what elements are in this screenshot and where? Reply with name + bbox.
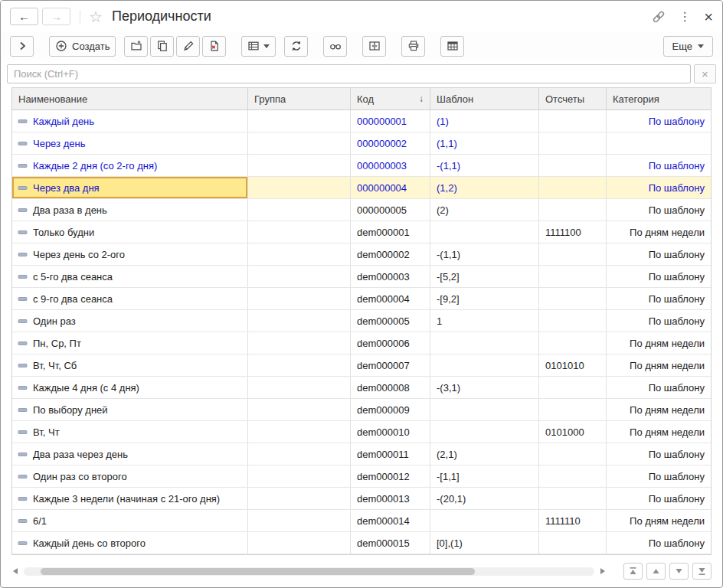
table-row[interactable]: Через два дня 000000004 (1,2) По шаблону	[12, 177, 711, 199]
cell-group[interactable]	[248, 443, 351, 465]
cell-category[interactable]: По шаблону	[607, 177, 711, 198]
cell-category[interactable]: По шаблону	[607, 110, 711, 132]
cell-template[interactable]: (2)	[430, 199, 539, 220]
edit-button[interactable]	[176, 36, 200, 57]
cell-category[interactable]	[607, 132, 711, 154]
cell-counts[interactable]	[539, 443, 607, 465]
cell-counts[interactable]	[539, 155, 607, 176]
cell-name[interactable]: Вт, Чт, Сб	[12, 354, 248, 376]
table-row[interactable]: Каждый день со второго dem000015 [0],(1)…	[12, 532, 711, 554]
cell-category[interactable]: По дням недели	[607, 221, 711, 243]
cell-template[interactable]	[430, 332, 539, 354]
cell-counts[interactable]	[539, 466, 607, 487]
cell-name[interactable]: Через два дня	[12, 177, 248, 198]
table-row[interactable]: Каждые 4 дня (с 4 дня) dem000008 -(3,1) …	[12, 377, 711, 399]
close-button[interactable]: ×	[704, 9, 713, 24]
cell-code[interactable]: dem000007	[351, 354, 430, 376]
cell-group[interactable]	[248, 532, 351, 554]
column-header-template[interactable]: Шаблон	[430, 88, 539, 109]
cell-group[interactable]	[248, 466, 351, 487]
table-row[interactable]: По выбору дней dem000009 По дням недели	[12, 399, 711, 421]
cell-counts[interactable]	[539, 288, 607, 309]
refresh-button[interactable]	[284, 36, 308, 57]
cell-group[interactable]	[248, 177, 351, 198]
cell-counts[interactable]	[539, 243, 607, 265]
cell-name[interactable]: Два раза в день	[12, 199, 248, 220]
table-row[interactable]: Через день 000000002 (1,1)	[12, 132, 711, 155]
column-header-code[interactable]: Код ↓	[351, 88, 430, 109]
cell-counts[interactable]	[539, 199, 607, 220]
search-clear-button[interactable]: ×	[694, 64, 716, 83]
cell-code[interactable]: dem000002	[351, 243, 430, 265]
cell-code[interactable]: dem000009	[351, 399, 430, 420]
cell-code[interactable]: dem000001	[351, 221, 430, 243]
cell-template[interactable]: -(3,1)	[430, 377, 539, 398]
cell-name[interactable]: Каждые 2 дня (со 2-го дня)	[12, 155, 248, 176]
cell-category[interactable]: По шаблону	[607, 466, 711, 487]
cell-name[interactable]: с 9-го два сеанса	[12, 288, 248, 309]
cell-counts[interactable]: 0101000	[539, 421, 607, 443]
cell-code[interactable]: dem000003	[351, 266, 430, 287]
cell-template[interactable]	[430, 421, 539, 443]
cell-counts[interactable]	[539, 266, 607, 287]
cell-name[interactable]: По выбору дней	[12, 399, 248, 420]
splitter-button[interactable]	[362, 36, 386, 57]
table-row[interactable]: Два раза через день dem000011 (2,1) По ш…	[12, 443, 711, 466]
cell-counts[interactable]	[539, 177, 607, 198]
table-row[interactable]: с 9-го два сеанса dem000004 -[9,2] По ша…	[12, 288, 711, 310]
go-first-button[interactable]	[623, 563, 643, 580]
cell-category[interactable]: По шаблону	[607, 266, 711, 287]
expand-button[interactable]	[10, 36, 34, 57]
create-group-button[interactable]	[124, 36, 148, 57]
cell-code[interactable]: dem000004	[351, 288, 430, 309]
cell-counts[interactable]: 0101010	[539, 354, 607, 376]
cell-template[interactable]: -[9,2]	[430, 288, 539, 309]
cell-group[interactable]	[248, 155, 351, 176]
cell-template[interactable]	[430, 510, 539, 531]
cell-code[interactable]: dem000013	[351, 488, 430, 509]
cell-counts[interactable]	[539, 132, 607, 154]
cell-name[interactable]: Только будни	[12, 221, 248, 243]
cell-template[interactable]: -[1,1]	[430, 466, 539, 487]
cell-group[interactable]	[248, 310, 351, 332]
cell-counts[interactable]: 1111100	[539, 221, 607, 243]
cell-category[interactable]: По шаблону	[607, 199, 711, 220]
cell-code[interactable]: 000000005	[351, 199, 430, 220]
cell-group[interactable]	[248, 421, 351, 443]
table-row[interactable]: Каждые 3 недели (начиная с 21-ого дня) d…	[12, 488, 711, 510]
cell-template[interactable]: -(20,1)	[430, 488, 539, 509]
hscroll-left-button[interactable]	[11, 567, 19, 575]
cell-code[interactable]: 000000003	[351, 155, 430, 176]
table-row[interactable]: Два раза в день 000000005 (2) По шаблону	[12, 199, 711, 221]
cell-counts[interactable]: 1111110	[539, 510, 607, 531]
table-row[interactable]: с 5-го два сеанса dem000003 -[5,2] По ша…	[12, 266, 711, 288]
search-input[interactable]	[7, 64, 691, 83]
cell-group[interactable]	[248, 399, 351, 420]
hscroll-right-button[interactable]	[599, 567, 607, 575]
cell-counts[interactable]	[539, 532, 607, 554]
cell-name[interactable]: Каждые 4 дня (с 4 дня)	[12, 377, 248, 398]
cell-code[interactable]: dem000005	[351, 310, 430, 332]
cell-code[interactable]: 000000001	[351, 110, 430, 132]
go-up-button[interactable]	[646, 563, 666, 580]
cell-code[interactable]: dem000006	[351, 332, 430, 354]
cell-name[interactable]: с 5-го два сеанса	[12, 266, 248, 287]
go-down-button[interactable]	[669, 563, 689, 580]
table-row[interactable]: 6/1 dem000014 1111110 По дням недели	[12, 510, 711, 532]
cell-group[interactable]	[248, 288, 351, 309]
cell-code[interactable]: dem000010	[351, 421, 430, 443]
copy-button[interactable]	[150, 36, 174, 57]
cell-name[interactable]: Один раз со второго	[12, 466, 248, 487]
cell-group[interactable]	[248, 266, 351, 287]
cell-category[interactable]: По дням недели	[607, 510, 711, 531]
cell-template[interactable]: [0],(1)	[430, 532, 539, 554]
cell-category[interactable]: По шаблону	[607, 243, 711, 265]
cell-group[interactable]	[248, 510, 351, 531]
cell-template[interactable]	[430, 221, 539, 243]
cell-name[interactable]: 6/1	[12, 510, 248, 531]
cell-template[interactable]	[430, 354, 539, 376]
cell-code[interactable]: 000000002	[351, 132, 430, 154]
cell-category[interactable]: По шаблону	[607, 488, 711, 509]
table-row[interactable]: Один раз dem000005 1 По шаблону	[12, 310, 711, 332]
cell-group[interactable]	[248, 377, 351, 398]
